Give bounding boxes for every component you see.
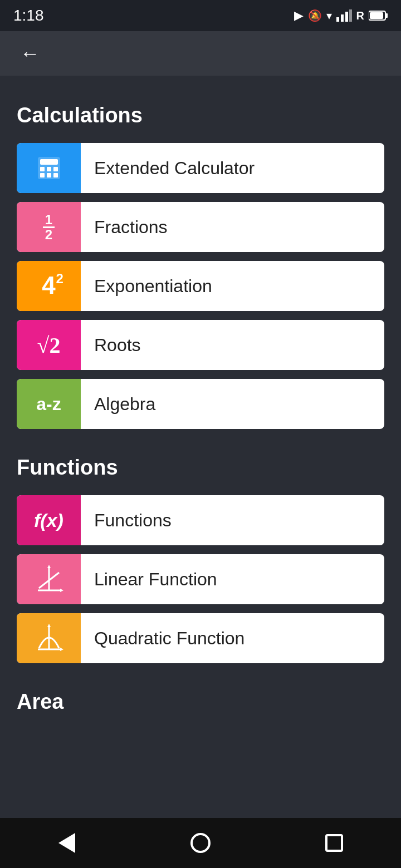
fractions-item[interactable]: 1 2 Fractions — [17, 202, 384, 252]
status-bar: 1:18 ▶ 🔕 ▾ R — [0, 0, 401, 31]
roots-icon: √2 — [17, 320, 81, 370]
quadratic-function-label: Quadratic Function — [81, 628, 244, 649]
linear-function-icon — [17, 554, 81, 604]
roots-item[interactable]: √2 Roots — [17, 320, 384, 370]
svg-rect-6 — [370, 12, 383, 19]
algebra-label: Algebra — [81, 394, 155, 415]
signal-bars-icon — [336, 9, 352, 22]
svg-marker-23 — [47, 624, 51, 627]
functions-list: f(x) Functions — [17, 495, 384, 663]
back-button[interactable]: ← — [16, 37, 45, 70]
svg-marker-17 — [60, 589, 63, 592]
svg-rect-10 — [47, 167, 51, 171]
functions-label: Functions — [81, 510, 172, 531]
main-content: Calculations Extended Calcul — [0, 76, 401, 818]
svg-rect-9 — [40, 167, 45, 171]
functions-item[interactable]: f(x) Functions — [17, 495, 384, 545]
linear-function-item[interactable]: Linear Function — [17, 554, 384, 604]
status-icons: ▶ 🔕 ▾ R — [294, 8, 388, 23]
roots-label: Roots — [81, 335, 141, 356]
calculations-title: Calculations — [17, 103, 384, 127]
calculator-icon — [17, 143, 81, 193]
home-circle-icon — [190, 833, 211, 853]
fractions-label: Fractions — [81, 217, 168, 238]
svg-rect-1 — [341, 14, 344, 22]
exponentiation-icon: 4 2 — [17, 261, 81, 311]
functions-section: Functions f(x) Functions — [17, 456, 384, 663]
mute-icon: 🔕 — [308, 9, 322, 22]
linear-function-label: Linear Function — [81, 569, 217, 590]
calculations-section: Calculations Extended Calcul — [17, 103, 384, 429]
area-title: Area — [17, 690, 384, 714]
svg-marker-18 — [47, 565, 51, 568]
functions-icon: f(x) — [17, 495, 81, 545]
algebra-icon: a-z — [17, 379, 81, 429]
bottom-nav — [0, 818, 401, 868]
exponentiation-item[interactable]: 4 2 Exponentiation — [17, 261, 384, 311]
recent-square-icon — [325, 834, 343, 852]
nav-bar: ← — [0, 31, 401, 76]
svg-marker-22 — [60, 648, 63, 651]
fractions-icon: 1 2 — [17, 202, 81, 252]
battery-icon — [369, 10, 388, 21]
svg-rect-13 — [47, 173, 51, 177]
status-time: 1:18 — [13, 7, 44, 24]
functions-title: Functions — [17, 456, 384, 480]
extended-calculator-label: Extended Calculator — [81, 158, 255, 179]
nav-back-button[interactable] — [45, 821, 89, 865]
area-section: Area — [17, 690, 384, 714]
extended-calculator-item[interactable]: Extended Calculator — [17, 143, 384, 193]
svg-rect-3 — [349, 9, 352, 22]
svg-rect-14 — [53, 173, 58, 177]
algebra-item[interactable]: a-z Algebra — [17, 379, 384, 429]
svg-rect-0 — [336, 17, 339, 22]
svg-rect-8 — [40, 159, 58, 165]
carrier-r-icon: R — [356, 9, 364, 22]
exponentiation-label: Exponentiation — [81, 276, 212, 297]
svg-rect-5 — [385, 13, 388, 18]
wifi-icon: ▾ — [326, 9, 332, 22]
svg-rect-12 — [40, 173, 45, 177]
svg-rect-11 — [53, 167, 58, 171]
nav-home-button[interactable] — [178, 821, 223, 865]
quadratic-function-item[interactable]: Quadratic Function — [17, 613, 384, 663]
calculations-list: Extended Calculator 1 2 Fractions 4 2 — [17, 143, 384, 429]
back-triangle-icon — [58, 833, 75, 853]
nav-recent-button[interactable] — [312, 821, 356, 865]
svg-rect-2 — [345, 12, 348, 22]
play-icon: ▶ — [294, 8, 304, 23]
quadratic-function-icon — [17, 613, 81, 663]
